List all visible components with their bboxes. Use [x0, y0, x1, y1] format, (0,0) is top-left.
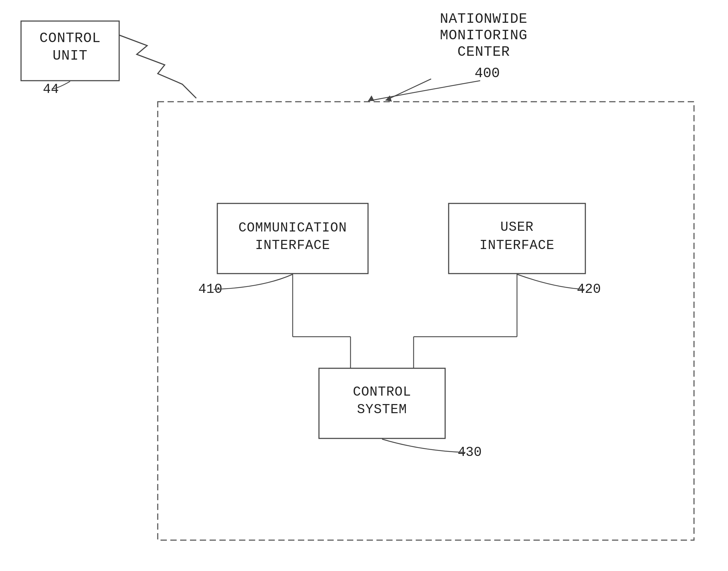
diagram-container: CONTROL UNIT 44 NATIONWIDE MONITORING CE…	[0, 0, 728, 571]
svg-line-10	[386, 79, 431, 100]
svg-text:NATIONWIDE: NATIONWIDE	[440, 11, 528, 27]
svg-marker-9	[368, 95, 374, 101]
svg-text:USER: USER	[500, 220, 533, 235]
svg-rect-8	[158, 102, 694, 540]
svg-text:CONTROL: CONTROL	[39, 31, 101, 46]
svg-text:MONITORING: MONITORING	[440, 28, 528, 43]
svg-text:400: 400	[475, 66, 500, 81]
svg-text:44: 44	[43, 82, 59, 97]
svg-text:COMMUNICATION: COMMUNICATION	[238, 220, 347, 235]
svg-text:CONTROL: CONTROL	[353, 384, 411, 399]
svg-text:CENTER: CENTER	[457, 44, 510, 60]
svg-text:UNIT: UNIT	[53, 48, 88, 64]
svg-text:SYSTEM: SYSTEM	[357, 402, 407, 417]
svg-text:INTERFACE: INTERFACE	[479, 238, 554, 253]
svg-text:INTERFACE: INTERFACE	[255, 238, 330, 253]
